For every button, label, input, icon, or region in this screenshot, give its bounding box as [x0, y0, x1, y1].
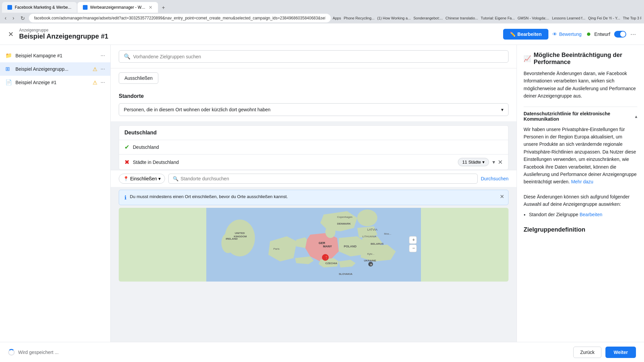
green-pin-icon: 📍 — [123, 176, 129, 181]
search-icon: 🔍 — [124, 53, 130, 60]
svg-text:UKRAINE: UKRAINE — [364, 259, 376, 262]
bookmark-9[interactable]: The Top 3 Platfor... — [623, 16, 641, 20]
svg-text:LATVIA: LATVIA — [367, 228, 377, 231]
sidebar-label-adgroup: Beispiel Anzeigengrupp... — [15, 66, 89, 72]
sidebar-more-campaign[interactable]: ··· — [101, 53, 105, 59]
expand-icon[interactable]: ▾ — [492, 159, 495, 165]
folder-icon: 📁 — [5, 52, 12, 59]
bookmarks-bar: Apps Phone Recycling... (1) How Working … — [333, 16, 641, 20]
tab-2-close[interactable]: ✕ — [149, 5, 153, 10]
info-close-button[interactable]: ✕ — [500, 193, 504, 200]
edit-button[interactable]: ✏️ Bearbeiten — [503, 29, 548, 40]
svg-text:Paris: Paris — [273, 247, 279, 250]
search-input[interactable] — [133, 54, 503, 59]
back-nav-button[interactable]: ‹ — [3, 14, 8, 22]
address-input[interactable] — [29, 14, 331, 22]
red-x-icon: ✖ — [124, 159, 129, 166]
privacy-text2: Diese Änderungen können sich aufgrund fo… — [524, 193, 637, 208]
doc-icon: 📄 — [5, 79, 12, 86]
svg-text:MANY: MANY — [323, 245, 332, 248]
deutschland-name: Deutschland — [133, 144, 503, 150]
tab-1-favicon — [7, 5, 12, 10]
bookmark-apps[interactable]: Apps — [333, 16, 341, 20]
privacy-bullet-list: Standort der Zielgruppe Bearbeiten — [529, 211, 637, 218]
svg-point-2 — [221, 233, 235, 253]
header-right: Entwurf ··· — [587, 30, 636, 38]
staedte-badge[interactable]: 11 Städte ▾ — [458, 158, 489, 166]
chevron-up-icon: ▴ — [635, 114, 637, 119]
bookmark-1[interactable]: Phone Recycling... — [344, 16, 375, 20]
new-tab-button[interactable]: + — [159, 3, 168, 13]
review-button[interactable]: 👁 Bewertung — [552, 32, 582, 37]
sidebar-item-ad[interactable]: 📄 Beispiel Anzeige #1 ⚠ ··· — [0, 76, 110, 89]
info-banner: ℹ Du musst mindestens einen Ort einschli… — [119, 190, 508, 205]
staedte-count: 11 Städte — [462, 160, 481, 165]
map-container: LATVIA LITHUANIA IRELAND UNITED KINGDOM … — [119, 208, 508, 282]
saving-text: Wird gespeichert ... — [18, 350, 59, 355]
bookmark-4[interactable]: Chinese translatio... — [445, 16, 478, 20]
tab-2[interactable]: Werbeanzeigenmanager - Wer... ✕ — [77, 2, 158, 13]
status-toggle[interactable] — [614, 31, 626, 38]
staedte-name: Städte in Deutschland — [133, 160, 454, 165]
right-panel: 📈 Mögliche Beeinträchtigung der Performa… — [517, 45, 644, 342]
svg-point-7 — [357, 209, 377, 226]
next-button[interactable]: Weiter — [605, 347, 636, 358]
staedte-actions: ▾ ✕ — [492, 159, 503, 166]
trend-icon: 📈 — [524, 55, 531, 62]
back-button[interactable]: Zurück — [573, 347, 602, 358]
sidebar-label-ad: Beispiel Anzeige #1 — [15, 80, 89, 85]
top-header: ✕ Anzeigengruppe Beispiel Anzeigengruppe… — [0, 23, 644, 45]
more-options-button[interactable]: ··· — [630, 30, 636, 38]
info-icon: ℹ — [124, 194, 126, 201]
bookmark-3[interactable]: Sonderangebot:... — [414, 16, 443, 20]
toggle-knob — [620, 32, 626, 37]
sidebar-item-campaign[interactable]: 📁 Beispiel Kampagne #1 ··· — [0, 49, 110, 62]
tab-2-title: Werbeanzeigenmanager - Wer... — [90, 5, 146, 10]
bottom-bar: Wird gespeichert ... Zurück Weiter — [0, 342, 644, 362]
bookmark-7[interactable]: Lessons Learned f... — [552, 16, 586, 20]
ausschliessen-button[interactable]: Ausschließen — [119, 72, 158, 84]
location-type-dropdown[interactable]: Personen, die in diesem Ort wohnen oder … — [119, 103, 508, 116]
tab-2-favicon — [83, 5, 88, 10]
mehr-dazu-link[interactable]: Mehr dazu — [571, 179, 593, 184]
remove-staedte-button[interactable]: ✕ — [498, 159, 503, 166]
sidebar-item-adgroup[interactable]: ⊞ Beispiel Anzeigengrupp... ⚠ ··· — [0, 62, 110, 76]
reload-button[interactable]: ↻ — [18, 14, 27, 23]
staedte-row: ✖ Städte in Deutschland 11 Städte ▾ ▾ ✕ — [119, 154, 508, 170]
app: ✕ Anzeigengruppe Beispiel Anzeigengruppe… — [0, 23, 644, 362]
badge-chevron-icon: ▾ — [482, 160, 485, 165]
standort-search-icon: 🔍 — [173, 176, 178, 181]
svg-text:LITHUANIA: LITHUANIA — [362, 235, 376, 238]
sidebar-more-ad[interactable]: ··· — [101, 79, 105, 85]
durchsuchen-button[interactable]: Durchsuchen — [481, 176, 509, 181]
tab-1[interactable]: Facebook Marketing & Werbe... — [2, 2, 77, 13]
main-content: 📁 Beispiel Kampagne #1 ··· ⊞ Beispiel An… — [0, 45, 644, 342]
bookmark-2[interactable]: (1) How Working a... — [377, 16, 411, 20]
standorte-label: Standorte — [119, 93, 508, 99]
sidebar-more-adgroup[interactable]: ··· — [101, 66, 105, 72]
tab-bar: Facebook Marketing & Werbe... Werbeanzei… — [0, 0, 644, 13]
standort-search-input[interactable] — [180, 176, 473, 181]
spinner — [8, 349, 15, 356]
deutschland-block: Deutschland ✔ Deutschland ✖ Städte in De… — [119, 125, 508, 170]
privacy-collapsible[interactable]: Datenschutzrichtlinie für elektronische … — [524, 107, 637, 126]
warning-icon-adgroup: ⚠ — [93, 66, 97, 72]
bookmark-5[interactable]: Tutorial: Eigene Fa... — [481, 16, 515, 20]
search-section: 🔍 — [111, 45, 517, 68]
svg-text:📍: 📍 — [324, 255, 329, 260]
deutschland-header: Deutschland — [119, 126, 508, 140]
forward-nav-button[interactable]: › — [10, 14, 16, 22]
svg-text:POLAND: POLAND — [344, 245, 357, 248]
einschliessen-button[interactable]: 📍 Einschließen ▾ — [119, 174, 165, 184]
green-check-icon: ✔ — [124, 143, 129, 151]
saving-indicator: Wird gespeichert ... — [8, 349, 59, 356]
header-actions: ✏️ Bearbeiten 👁 Bewertung — [503, 29, 582, 40]
bookmark-8[interactable]: Qing Fei De Yi - Y... — [588, 16, 620, 20]
bearbeiten-link[interactable]: Bearbeiten — [580, 212, 602, 217]
close-button[interactable]: ✕ — [8, 30, 14, 38]
performance-section: 📈 Mögliche Beeinträchtigung der Performa… — [524, 52, 637, 100]
header-title-section: Anzeigengruppe Beispiel Anzeigengruppe #… — [19, 28, 498, 40]
bookmark-6[interactable]: GMSN - Vologda:... — [518, 16, 549, 20]
bottom-actions: Zurück Weiter — [573, 347, 636, 358]
pencil-icon: ✏️ — [510, 32, 516, 37]
